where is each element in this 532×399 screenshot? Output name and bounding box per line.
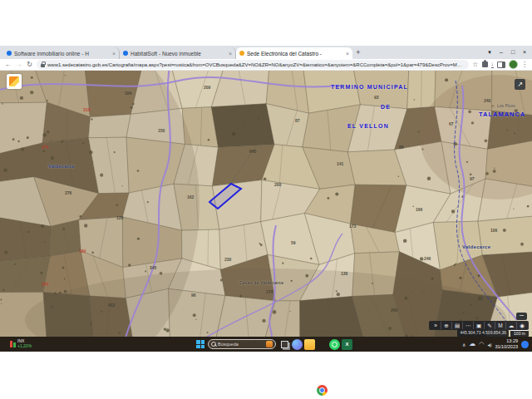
url-text: www1.sedecatastro.gob.es/Cartografia/map…	[47, 62, 465, 67]
parcel-number: 87	[295, 119, 300, 123]
parcel-number: 166	[416, 208, 422, 212]
parcel-number: 240	[484, 99, 490, 103]
parcel-number: 67	[449, 122, 454, 126]
tray-overflow-icon[interactable]: ∧	[462, 342, 466, 347]
help-tool-icon[interactable]: ◉	[517, 322, 527, 329]
forward-button[interactable]: →	[15, 60, 22, 70]
onedrive-icon[interactable]: ☁	[469, 340, 475, 348]
parcel-number: 97	[470, 177, 475, 181]
task-view-icon[interactable]	[279, 339, 290, 350]
search-highlight-icon	[266, 341, 273, 347]
clock[interactable]: 13:29 31/10/2023	[495, 338, 518, 349]
parcel-number: 106	[490, 229, 497, 233]
lock-icon	[41, 64, 45, 67]
map-place-label: Los Picos	[497, 104, 515, 108]
parcel-number: 412	[108, 303, 115, 308]
parcel-number: 274	[42, 145, 48, 150]
browser-tab[interactable]: Software inmobiliario online - H×	[3, 47, 120, 59]
more-tools-icon[interactable]: ⋯	[463, 322, 474, 329]
aerial-map-canvas[interactable]	[0, 71, 532, 337]
pan-tool-icon[interactable]: »	[431, 322, 441, 329]
screen: Software inmobiliario online - H×Habitat…	[0, 0, 532, 399]
wifi-icon[interactable]: ◠	[479, 341, 484, 347]
catastro-logo	[7, 74, 22, 89]
map-place-label: EL VELLON	[347, 123, 389, 129]
tab-close-icon[interactable]: ×	[346, 51, 349, 57]
browser-tab[interactable]: HabitatSoft - Nuevo inmueble×	[120, 47, 236, 59]
reload-button[interactable]: ↻	[26, 60, 33, 70]
excel-icon[interactable]: X	[342, 339, 352, 350]
whatsapp-icon[interactable]	[329, 339, 340, 350]
ticker-change: +1,20%	[17, 343, 32, 348]
map-toolbar: »⊕▤⋯▣✎M☁◉	[429, 321, 529, 330]
layers-tool-icon[interactable]: ☁	[506, 322, 517, 329]
new-tab-button[interactable]: +	[352, 47, 364, 59]
parcel-number: 241	[391, 308, 397, 313]
side-panel-icon[interactable]	[497, 62, 505, 68]
start-button[interactable]	[196, 340, 204, 348]
window-controls: ▾–□×	[484, 47, 530, 58]
stock-ticker-icon	[10, 340, 16, 347]
parcel-number: 174	[266, 290, 273, 294]
map-place-label: Valdecarce	[48, 165, 75, 170]
expand-map-button[interactable]: ↗	[515, 79, 525, 90]
parcel-number: 173	[349, 224, 356, 229]
parcel-number: 104	[125, 91, 131, 96]
zoom-tool-icon[interactable]: ⊕	[441, 322, 452, 329]
parcel-number: 52	[478, 297, 483, 301]
download-icon[interactable]: ↓	[491, 61, 495, 68]
lock-tool-icon[interactable]: ▣	[474, 322, 485, 329]
map-place-label: DE	[381, 104, 391, 110]
tab-favicon	[239, 51, 244, 56]
tabs-container: Software inmobiliario online - H×Habitat…	[3, 47, 352, 59]
browser-window: Software inmobiliario online - H×Habitat…	[0, 46, 532, 337]
parcel-number: 645	[249, 150, 256, 154]
parcel-number: 162	[187, 195, 194, 200]
browser-tab[interactable]: Sede Electrónica del Catastro -×	[236, 47, 352, 59]
back-button[interactable]: ←	[4, 60, 12, 70]
widgets-button[interactable]: INX +1,20%	[10, 338, 32, 348]
parcel-number: 189	[79, 249, 86, 254]
edit-tool-icon[interactable]: ✎	[485, 322, 495, 329]
tab-close-icon[interactable]: ×	[229, 51, 232, 57]
maximize-button[interactable]: □	[507, 47, 519, 58]
scale-indicator: 100 m	[510, 330, 529, 337]
minimize-button[interactable]: –	[495, 47, 507, 58]
file-explorer-icon[interactable]	[304, 339, 315, 350]
parcel-number: 209	[204, 86, 210, 90]
browser-menu-icon[interactable]: ⋮	[521, 60, 528, 70]
tab-close-icon[interactable]: ×	[112, 51, 116, 57]
tray-date: 31/10/2023	[495, 344, 518, 350]
close-button[interactable]: ×	[519, 47, 530, 58]
bookmark-star-icon[interactable]: ☆	[472, 60, 478, 70]
coordinates-readout: 445.904,73 4.509.854,36	[457, 330, 509, 337]
profile-avatar[interactable]	[509, 60, 518, 69]
search-placeholder: Búsqueda	[218, 342, 264, 347]
taskbar-apps: X	[279, 339, 352, 350]
search-icon	[211, 342, 216, 347]
map-place-label: Valdecarce	[462, 244, 490, 249]
browser-toolbar: ← → ↻ www1.sedecatastro.gob.es/Cartograf…	[0, 59, 532, 71]
map-viewport[interactable]: TERMINO MUNICIPALDEEL VELLONTALAMANCALos…	[0, 71, 532, 337]
volume-icon[interactable]: ◂)	[487, 342, 491, 347]
address-bar[interactable]: www1.sedecatastro.gob.es/Cartografia/map…	[37, 60, 469, 69]
measure-tool-icon[interactable]: M	[495, 322, 506, 329]
tab-search-button[interactable]: ▾	[484, 47, 495, 58]
parcel-number: 374	[42, 283, 48, 287]
print-tool-icon[interactable]: ▤	[452, 322, 463, 329]
browser-icon[interactable]	[317, 385, 328, 396]
parcel-number: 93	[374, 96, 379, 100]
tab-strip: Software inmobiliario online - H×Habitat…	[0, 46, 532, 59]
parcel-number: 200	[274, 183, 281, 187]
map-place-label: TALAMANCA	[479, 111, 525, 118]
parcel-number: 150	[158, 129, 165, 133]
parcel-number: 141	[337, 162, 343, 166]
copilot-icon[interactable]	[292, 339, 303, 350]
notifications-icon[interactable]	[521, 341, 529, 348]
parcel-number: 88	[399, 145, 404, 150]
extensions-icon[interactable]	[482, 62, 488, 67]
taskbar-search[interactable]: Búsqueda	[208, 339, 276, 349]
parcel-number: 276	[65, 191, 71, 195]
collapse-toolbar-button[interactable]: –	[516, 313, 527, 320]
tray-time: 13:29	[495, 338, 518, 344]
